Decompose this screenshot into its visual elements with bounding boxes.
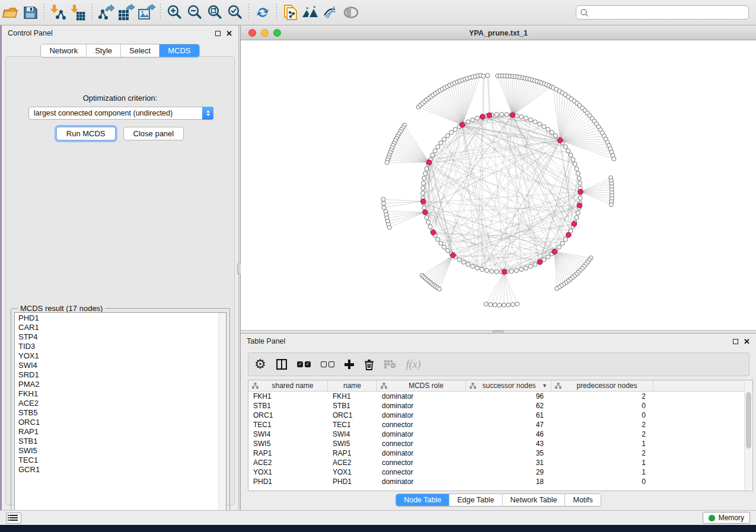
network-node[interactable]: [486, 73, 490, 78]
run-mcds-button[interactable]: Run MCDS: [56, 127, 116, 140]
network-node[interactable]: [489, 303, 493, 307]
mcds-result-item[interactable]: PHD1: [15, 313, 226, 322]
network-node[interactable]: [461, 260, 465, 264]
network-node[interactable]: [529, 118, 533, 122]
network-node[interactable]: [569, 153, 573, 157]
zoom-fit-icon[interactable]: [205, 2, 225, 23]
network-node[interactable]: [381, 197, 385, 201]
table-row[interactable]: YOX1YOX1connector291: [248, 467, 752, 477]
network-node[interactable]: [428, 225, 432, 229]
table-scrollbar[interactable]: [744, 381, 752, 490]
mcds-result-item[interactable]: STB5: [15, 408, 226, 417]
network-node[interactable]: [578, 196, 582, 200]
selected-network-node[interactable]: [537, 259, 543, 265]
network-node[interactable]: [509, 270, 513, 274]
search-input[interactable]: [589, 7, 745, 18]
selected-network-node[interactable]: [423, 210, 428, 215]
clone-network-icon[interactable]: [280, 2, 301, 23]
network-node[interactable]: [485, 268, 489, 273]
network-node[interactable]: [475, 116, 479, 120]
hide-details-icon[interactable]: [321, 2, 341, 23]
refresh-icon[interactable]: [253, 2, 273, 23]
optimization-criterion-select[interactable]: largest connected component (undirected): [28, 107, 213, 120]
network-node[interactable]: [442, 245, 446, 249]
network-node[interactable]: [475, 266, 479, 270]
column-visibility-icon[interactable]: [276, 359, 287, 370]
tab-network[interactable]: Network: [41, 44, 87, 57]
export-table-icon[interactable]: [116, 2, 136, 23]
tab-style[interactable]: Style: [87, 44, 121, 57]
network-node[interactable]: [426, 220, 430, 225]
network-node[interactable]: [481, 74, 486, 78]
selected-network-node[interactable]: [420, 199, 426, 204]
network-node[interactable]: [529, 264, 533, 268]
network-node[interactable]: [437, 287, 441, 291]
network-node[interactable]: [387, 225, 391, 229]
network-node[interactable]: [385, 161, 389, 165]
mcds-result-item[interactable]: GCR1: [15, 464, 226, 474]
table-row[interactable]: RAP1RAP1dominator352: [248, 448, 752, 458]
network-node[interactable]: [421, 186, 425, 190]
network-node[interactable]: [430, 153, 435, 157]
mcds-result-item[interactable]: STP4: [15, 332, 226, 341]
network-node[interactable]: [502, 303, 506, 307]
zoom-in-icon[interactable]: [164, 2, 184, 23]
network-node[interactable]: [497, 303, 502, 307]
mcds-result-item[interactable]: YOX1: [15, 351, 226, 360]
selected-network-node[interactable]: [502, 270, 507, 275]
selected-network-node[interactable]: [578, 189, 583, 194]
network-node[interactable]: [436, 238, 440, 242]
network-node[interactable]: [519, 267, 524, 271]
mcds-result-item[interactable]: ORC1: [15, 417, 226, 427]
selected-network-node[interactable]: [480, 114, 486, 120]
network-node[interactable]: [471, 118, 475, 122]
network-node[interactable]: [563, 238, 567, 242]
tab-motifs[interactable]: Motifs: [565, 494, 600, 506]
network-node[interactable]: [612, 157, 616, 161]
network-node[interactable]: [573, 162, 577, 166]
tab-network-table[interactable]: Network Table: [503, 494, 566, 506]
selected-network-node[interactable]: [426, 160, 432, 165]
mcds-result-item[interactable]: TID3: [15, 341, 226, 351]
tab-mcds[interactable]: MCDS: [160, 44, 199, 57]
table-row[interactable]: STB1STB1dominator620: [248, 401, 752, 411]
network-node[interactable]: [524, 116, 528, 120]
network-node[interactable]: [453, 127, 457, 132]
column-header-shared-name[interactable]: shared name: [248, 380, 328, 391]
network-node[interactable]: [466, 262, 470, 267]
network-node[interactable]: [560, 241, 564, 245]
network-node[interactable]: [495, 270, 499, 274]
selected-network-node[interactable]: [451, 253, 456, 258]
select-all-icon[interactable]: [297, 361, 311, 367]
mcds-result-item[interactable]: ACE2: [15, 398, 226, 408]
table-row[interactable]: ORC1ORC1dominator610: [248, 411, 752, 420]
close-panel-button[interactable]: Close panel: [123, 127, 184, 140]
network-node[interactable]: [554, 134, 558, 138]
column-header-MCDS-role[interactable]: MCDS role: [377, 380, 466, 391]
network-node[interactable]: [524, 266, 528, 270]
network-node[interactable]: [575, 216, 579, 220]
network-node[interactable]: [566, 149, 570, 153]
selected-network-node[interactable]: [487, 113, 492, 118]
float-panel-icon[interactable]: [733, 339, 738, 344]
mcds-result-item[interactable]: STB1: [15, 436, 226, 446]
table-row[interactable]: FKH1FKH1dominator962: [248, 392, 752, 401]
network-node[interactable]: [439, 141, 443, 145]
network-node[interactable]: [577, 177, 581, 181]
table-row[interactable]: PHD1PHD1dominator180: [248, 477, 752, 486]
network-node[interactable]: [484, 302, 488, 306]
search-box[interactable]: [576, 5, 749, 20]
network-node[interactable]: [571, 158, 575, 162]
network-node[interactable]: [471, 264, 475, 268]
network-node[interactable]: [446, 134, 450, 138]
network-node[interactable]: [546, 127, 550, 132]
network-node[interactable]: [422, 181, 426, 185]
selected-network-node[interactable]: [460, 123, 465, 128]
network-node[interactable]: [493, 303, 497, 307]
close-panel-icon[interactable]: ✕: [226, 31, 232, 36]
selected-network-node[interactable]: [552, 249, 557, 255]
network-node[interactable]: [436, 145, 440, 149]
network-node[interactable]: [533, 120, 537, 124]
tab-select[interactable]: Select: [121, 44, 160, 57]
network-node[interactable]: [576, 211, 580, 215]
